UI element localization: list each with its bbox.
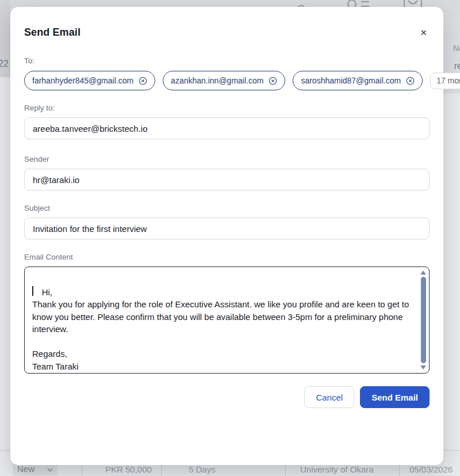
recipient-chip: farhanhyder845@gmail.com bbox=[24, 71, 155, 90]
reply-to-label: Reply to: bbox=[24, 104, 430, 112]
send-email-button[interactable]: Send Email bbox=[360, 386, 430, 408]
to-label: To: bbox=[24, 56, 430, 65]
sender-input[interactable] bbox=[24, 169, 430, 191]
email-content-text: Hi, Thank you for applying for the role … bbox=[32, 287, 412, 371]
background-text-fragment-mid: re bbox=[454, 61, 460, 71]
reply-to-input[interactable] bbox=[24, 117, 430, 139]
recipient-chip: azankhan.inn@gmail.com bbox=[163, 71, 285, 90]
textarea-scrollbar bbox=[419, 269, 427, 371]
scrollbar-down-arrow[interactable] bbox=[420, 365, 426, 370]
scrollbar-up-arrow[interactable] bbox=[420, 271, 426, 275]
subject-input[interactable] bbox=[24, 218, 430, 239]
recipient-chips-row: farhanhyder845@gmail.com azankhan.inn@gm… bbox=[24, 71, 430, 90]
duration-cell: 5 Days bbox=[189, 464, 216, 474]
remove-recipient-icon[interactable] bbox=[406, 77, 415, 85]
email-content-label: Email Content bbox=[24, 253, 430, 261]
subject-label: Subject bbox=[24, 204, 430, 212]
modal-header: Send Email ✕ bbox=[24, 26, 430, 39]
remove-recipient-icon[interactable] bbox=[139, 77, 147, 85]
text-cursor bbox=[32, 286, 33, 296]
scrollbar-thumb[interactable] bbox=[421, 277, 426, 363]
modal-actions: Cancel Send Email bbox=[24, 386, 430, 408]
chevron-down-icon bbox=[47, 464, 53, 474]
email-content-textarea[interactable]: Hi, Thank you for applying for the role … bbox=[24, 266, 430, 374]
remove-recipient-icon[interactable] bbox=[269, 77, 277, 85]
background-number-fragment: 22 bbox=[0, 59, 9, 69]
more-recipients-badge[interactable]: 17 more bbox=[430, 73, 460, 89]
status-dropdown-value: New bbox=[17, 464, 34, 474]
recipient-chip: saroshhamid87@gmail.com bbox=[293, 71, 423, 90]
background-text-fragment-top: No bbox=[453, 44, 460, 53]
close-icon[interactable]: ✕ bbox=[417, 26, 430, 39]
recipient-email: azankhan.inn@gmail.com bbox=[171, 76, 263, 85]
recipient-email: farhanhyder845@gmail.com bbox=[32, 76, 133, 85]
modal-title: Send Email bbox=[24, 26, 80, 39]
recipient-email: saroshhamid87@gmail.com bbox=[301, 76, 401, 85]
send-email-modal: Send Email ✕ To: farhanhyder845@gmail.co… bbox=[10, 7, 443, 465]
university-cell: University of Okara bbox=[300, 464, 374, 474]
date-cell: 05/03/2026 bbox=[409, 464, 453, 474]
cancel-button[interactable]: Cancel bbox=[304, 386, 354, 408]
salary-cell: PKR 50,000 bbox=[105, 464, 152, 474]
sender-label: Sender bbox=[24, 155, 430, 163]
